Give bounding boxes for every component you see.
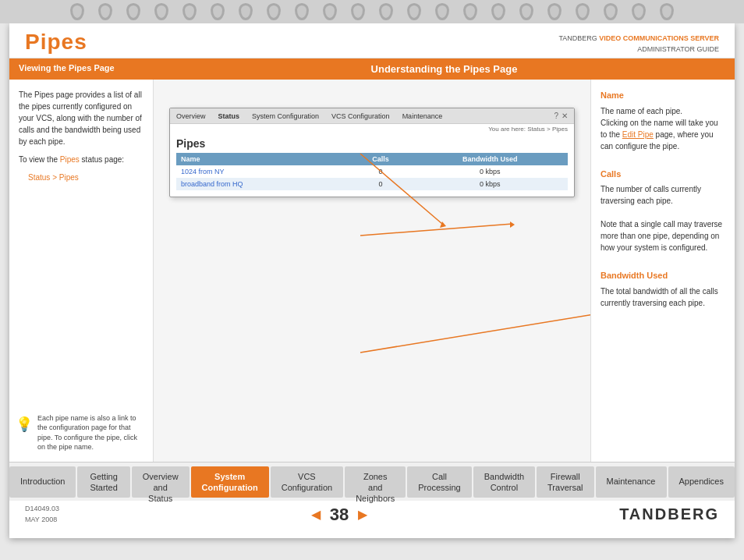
brand-highlight: VIDEO COMMUNICATIONS SERVER <box>599 34 719 42</box>
nav-appendices[interactable]: Appendices <box>668 466 735 498</box>
tip-text: Each pipe name is also a link to the con… <box>37 413 147 452</box>
footer-brand: TANDBERG <box>619 505 719 523</box>
bandwidth-section-title: Bandwidth Used <box>601 269 725 282</box>
ring <box>463 3 477 20</box>
name-section: Name The name of each pipe.Clicking on t… <box>601 89 725 152</box>
footer-page: ◀ 38 ▶ <box>311 505 367 525</box>
left-panel: The Pipes page provides a list of all th… <box>9 80 154 462</box>
nav-bandwidth-control[interactable]: BandwidthControl <box>473 466 535 498</box>
ring <box>351 3 365 20</box>
help-icon: ? <box>554 112 558 120</box>
header-brand: TANDBERG VIDEO COMMUNICATIONS SERVER ADM… <box>558 34 719 55</box>
pipe-name-1[interactable]: 1024 from NY <box>176 165 349 178</box>
nav-call-processing[interactable]: CallProcessing <box>407 466 471 498</box>
doc-date: MAY 2008 <box>25 516 57 523</box>
nav-introduction[interactable]: Introduction <box>9 466 76 498</box>
ring <box>267 3 281 20</box>
page-header: Pipes TANDBERG VIDEO COMMUNICATIONS SERV… <box>9 23 735 58</box>
col-calls: Calls <box>349 153 412 165</box>
table-row: 1024 from NY 0 0 kbps <box>176 165 568 178</box>
nav-overview-status[interactable]: Overview andStatus <box>132 466 190 498</box>
ring <box>295 3 309 20</box>
nav-tab-maintenance[interactable]: Maintenance <box>402 112 443 120</box>
ring <box>126 3 140 20</box>
calls-section: Calls The number of calls currently trav… <box>601 168 725 254</box>
brand-name: TANDBERG <box>558 34 597 42</box>
screenshot-content: Pipes Name Calls Bandwidth Used 1024 fro… <box>170 134 574 197</box>
table-row: broadband from HQ 0 0 kbps <box>176 178 568 190</box>
svg-line-4 <box>360 314 590 353</box>
nav-item: Status > Pipes <box>28 172 143 183</box>
prev-page-arrow[interactable]: ◀ <box>311 507 321 522</box>
ring <box>239 3 253 20</box>
ring <box>604 3 618 20</box>
col-bandwidth: Bandwidth Used <box>412 153 568 165</box>
ring <box>632 3 646 20</box>
svg-marker-3 <box>510 222 515 228</box>
calls-2: 0 <box>349 178 412 190</box>
screenshot-table: Name Calls Bandwidth Used 1024 from NY 0… <box>176 153 568 190</box>
screenshot-nav-icons: ? ✕ <box>554 112 568 120</box>
screenshot-breadcrumb: You are here: Status > Pipes <box>170 124 574 134</box>
ring <box>323 3 337 20</box>
bandwidth-2: 0 kbps <box>412 178 568 190</box>
close-icon: ✕ <box>562 112 568 120</box>
bulb-icon: 💡 <box>16 415 33 434</box>
nav-maintenance[interactable]: Maintenance <box>596 466 667 498</box>
bottom-nav: Introduction Getting Started Overview an… <box>9 462 735 501</box>
pipe-name-2[interactable]: broadband from HQ <box>176 178 349 190</box>
bandwidth-1: 0 kbps <box>412 165 568 178</box>
bandwidth-section: Bandwidth Used The total bandwidth of al… <box>601 269 725 309</box>
next-page-arrow[interactable]: ▶ <box>358 507 367 522</box>
right-panel: Name The name of each pipe.Clicking on t… <box>590 80 735 462</box>
footer-doc: D14049.03 MAY 2008 <box>25 504 59 525</box>
screenshot-nav-tabs: Overview Status System Configuration VCS… <box>176 112 442 120</box>
ring <box>70 3 84 20</box>
screenshot-mock: Overview Status System Configuration VCS… <box>169 108 575 197</box>
name-section-text: The name of each pipe.Clicking on the na… <box>601 105 725 152</box>
ring <box>98 3 112 20</box>
ring <box>211 3 225 20</box>
section-left-header: Viewing the Pipes Page <box>9 58 154 80</box>
nav-tab-vcs[interactable]: VCS Configuration <box>331 112 390 120</box>
tip-box: 💡 Each pipe name is also a link to the c… <box>16 413 147 452</box>
ring <box>182 3 197 20</box>
nav-zones-neighbors[interactable]: Zones andNeighbors <box>345 466 406 498</box>
page-title: Pipes <box>25 30 87 55</box>
nav-tab-system[interactable]: System Configuration <box>252 112 319 120</box>
nav-firewall-traversal[interactable]: FirewallTraversal <box>537 466 593 498</box>
ring <box>435 3 449 20</box>
ring <box>576 3 590 20</box>
ring <box>491 3 505 20</box>
calls-1: 0 <box>349 165 412 178</box>
binder-rings <box>0 0 744 23</box>
nav-system-config[interactable]: SystemConfiguration <box>191 466 269 498</box>
name-section-title: Name <box>601 89 725 102</box>
brand-subtitle: ADMINISTRATOR GUIDE <box>637 45 719 53</box>
ring <box>547 3 562 20</box>
nav-vcs-config[interactable]: VCSConfiguration <box>271 466 343 498</box>
pipes-status-link[interactable]: Pipes <box>60 155 82 164</box>
calls-section-title: Calls <box>601 168 725 181</box>
page-number: 38 <box>330 505 349 525</box>
main-page: Pipes TANDBERG VIDEO COMMUNICATIONS SERV… <box>9 23 735 538</box>
content-area: The Pipes page provides a list of all th… <box>9 80 735 462</box>
left-description: The Pipes page provides a list of all th… <box>19 89 143 147</box>
left-nav-text: To view the Pipes status page: <box>19 154 143 165</box>
calls-section-text: The number of calls currently traversing… <box>601 183 725 253</box>
screenshot-page-title: Pipes <box>176 137 568 150</box>
bandwidth-section-text: The total bandwidth of all the calls cur… <box>601 285 725 309</box>
nav-getting-started[interactable]: Getting Started <box>77 466 129 498</box>
nav-tab-status[interactable]: Status <box>218 112 240 120</box>
page-footer: D14049.03 MAY 2008 ◀ 38 ▶ TANDBERG <box>9 501 735 528</box>
ring <box>154 3 168 20</box>
ring <box>519 3 533 20</box>
nav-tab-overview[interactable]: Overview <box>176 112 206 120</box>
ring <box>407 3 421 20</box>
doc-id: D14049.03 <box>25 505 59 512</box>
edit-pipe-link[interactable]: Edit Pipe <box>622 130 654 139</box>
status-pipes-link[interactable]: Status > Pipes <box>28 173 79 182</box>
col-name: Name <box>176 153 349 165</box>
screenshot-nav: Overview Status System Configuration VCS… <box>170 108 574 124</box>
section-header-row: Viewing the Pipes Page Understanding the… <box>9 58 735 80</box>
